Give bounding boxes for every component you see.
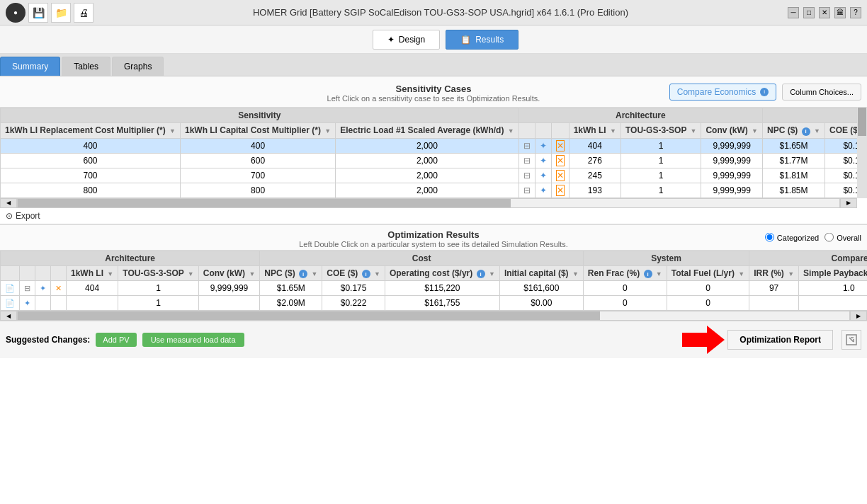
sensitivity-row-0[interactable]: 400 400 2,000 ⊟ ✦ ✕ 404 1 9,999,999 $1.6… <box>1 138 858 153</box>
print-btn[interactable]: 🖨 <box>74 3 94 23</box>
opt-irr-filter[interactable]: ▼ <box>788 270 794 277</box>
arch-conv-filter[interactable]: ▼ <box>752 127 758 134</box>
opt-hscroll-area: ◀ ▶ <box>0 311 867 321</box>
npc-info-icon[interactable]: i <box>802 127 810 136</box>
grid-icon: ⊟ <box>523 171 531 181</box>
title-bar-left: ● 💾 📁 🖨 <box>6 3 94 23</box>
opt-kwh-filter[interactable]: ▼ <box>107 270 113 277</box>
opt-initcap-filter[interactable]: ▼ <box>572 270 579 277</box>
arch-tou-filter[interactable]: ▼ <box>691 127 697 134</box>
sens-col1-header: 1kWh LI Replacement Cost Multiplier (*) … <box>1 123 181 139</box>
sens-col1-filter[interactable]: ▼ <box>169 127 176 134</box>
arch-kwh-filter[interactable]: ▼ <box>610 127 616 134</box>
opt-r0-tou: 1 <box>118 281 199 296</box>
export-icon-button[interactable] <box>842 330 861 350</box>
s3-npc: $1.85M <box>763 183 825 197</box>
tab-graphs[interactable]: Graphs <box>112 57 164 76</box>
opt-hscroll-right-btn[interactable]: ▶ <box>850 311 867 321</box>
opt-hscroll-left-btn[interactable]: ◀ <box>0 311 17 321</box>
opt-hscroll-thumb[interactable] <box>18 311 600 320</box>
opt-coe-info[interactable]: i <box>362 270 370 278</box>
s2-col3: 2,000 <box>336 168 518 183</box>
hscroll-track[interactable] <box>17 198 840 208</box>
design-button[interactable]: ✦ Design <box>373 30 440 50</box>
opt-r1-icon3 <box>35 296 51 311</box>
sensitivity-vertical-scrollbar[interactable] <box>857 108 867 198</box>
optimization-table-scroll[interactable]: Architecture Cost System Compare Economi… <box>0 251 867 311</box>
tab-tables[interactable]: Tables <box>62 57 110 76</box>
results-button[interactable]: 📋 Results <box>446 30 518 50</box>
compare-info-icon[interactable]: i <box>760 88 769 96</box>
sensitivity-section-header: Sensitivity Cases Left Click on a sensit… <box>0 76 867 108</box>
opt-row-0[interactable]: 📄 ⊟ ✦ ✕ 404 1 9,999,999 $1.65M $0.175 $1… <box>1 281 868 296</box>
opt-conv-filter[interactable]: ▼ <box>249 270 255 277</box>
save-btn[interactable]: 💾 <box>28 3 48 23</box>
s3-coe: $0.196 <box>824 183 857 197</box>
sensitivity-header-text: Sensitivity Cases Left Click on a sensit… <box>327 84 540 103</box>
opt-tou-filter[interactable]: ▼ <box>188 270 194 277</box>
v-scroll-thumb[interactable] <box>858 108 866 136</box>
opt-r1-irr <box>749 296 799 311</box>
add-pv-btn[interactable]: Add PV <box>96 333 136 347</box>
opt-r0-icon4: ✕ <box>51 281 67 296</box>
sensitivity-row-1[interactable]: 600 600 2,000 ⊟ ✦ ✕ 276 1 9,999,999 $1.7… <box>1 153 858 168</box>
opt-r0-star-icon: ✦ <box>40 284 46 292</box>
sens-col2-filter[interactable]: ▼ <box>324 127 331 134</box>
s3-kwh: 193 <box>569 183 620 197</box>
sens-col3-header: Electric Load #1 Scaled Average (kWh/d) … <box>336 123 518 139</box>
compare-economics-btn[interactable]: Compare Economics i <box>669 84 776 101</box>
s2-conv: 9,999,999 <box>701 168 763 183</box>
optimization-table: Architecture Cost System Compare Economi… <box>0 251 867 311</box>
help-icon[interactable]: ? <box>850 7 861 18</box>
opt-r1-icon1: 📄 <box>1 296 20 311</box>
npc-filter[interactable]: ▼ <box>814 127 820 134</box>
opt-renfrac-info[interactable]: i <box>644 270 652 278</box>
hscroll-thumb[interactable] <box>18 199 511 207</box>
s2-icon2: ✦ <box>535 168 551 183</box>
opt-r0-coe: $0.175 <box>322 281 385 296</box>
s2-tou: 1 <box>620 168 701 183</box>
opt-npc-filter[interactable]: ▼ <box>311 270 317 277</box>
maximize-btn[interactable]: □ <box>803 7 815 18</box>
s1-coe: $0.188 <box>824 153 857 168</box>
minimize-btn[interactable]: ─ <box>788 7 799 18</box>
categorized-radio[interactable] <box>765 233 774 242</box>
svg-marker-0 <box>682 326 725 354</box>
opt-r1-star-icon: ✦ <box>24 299 30 307</box>
s0-col2: 400 <box>180 138 335 153</box>
close-btn[interactable]: ✕ <box>819 7 830 18</box>
sensitivity-row-3[interactable]: 800 800 2,000 ⊟ ✦ ✕ 193 1 9,999,999 $1.8… <box>1 183 858 197</box>
column-choices-btn[interactable]: Column Choices... <box>782 84 861 101</box>
s0-icon1: ⊟ <box>518 138 535 153</box>
categorized-radio-group: Categorized <box>765 233 819 242</box>
tab-summary[interactable]: Summary <box>0 57 60 76</box>
opt-hscroll-track[interactable] <box>17 311 850 321</box>
sensitivity-table-scroll[interactable]: Sensitivity Architecture Cost 1kWh LI Re… <box>0 108 857 198</box>
export-btn[interactable]: ⊙ Export <box>6 211 40 221</box>
cost-coe-header: COE ($) i ▼ <box>824 123 857 139</box>
opt-row-1[interactable]: 📄 ✦ 1 $2.09M $0.222 $161,755 $0.00 0 0 $… <box>1 296 868 311</box>
sensitivity-row-2[interactable]: 700 700 2,000 ⊟ ✦ ✕ 245 1 9,999,999 $1.8… <box>1 168 858 183</box>
suggested-changes-bar: Suggested Changes: Add PV Use measured l… <box>0 321 867 358</box>
s3-col2: 800 <box>180 183 335 197</box>
opt-renfrac-filter[interactable]: ▼ <box>656 270 662 277</box>
opt-fuel-filter[interactable]: ▼ <box>738 270 744 277</box>
s0-npc: $1.65M <box>763 138 825 153</box>
overall-radio[interactable] <box>824 233 834 242</box>
sens-col3-filter[interactable]: ▼ <box>508 127 514 134</box>
open-btn[interactable]: 📁 <box>51 3 71 23</box>
optimization-report-btn[interactable]: Optimization Report <box>727 330 833 350</box>
optimization-results-header: Optimization Results Left Double Click o… <box>0 224 867 251</box>
opt-opcost-info[interactable]: i <box>477 270 485 278</box>
opt-coe-filter[interactable]: ▼ <box>374 270 380 277</box>
opt-r1-coe: $0.222 <box>322 296 385 311</box>
building-icon[interactable]: 🏛 <box>834 7 846 18</box>
opt-r1-icon4 <box>51 296 67 311</box>
opt-r0-renfrac: 0 <box>583 281 667 296</box>
use-measured-load-btn[interactable]: Use measured load data <box>142 333 244 347</box>
hscroll-right-btn[interactable]: ▶ <box>840 198 857 208</box>
opt-results-title: Optimization Results <box>299 229 568 240</box>
hscroll-left-btn[interactable]: ◀ <box>0 198 17 208</box>
opt-npc-info[interactable]: i <box>299 270 307 278</box>
opt-opcost-filter[interactable]: ▼ <box>489 270 495 277</box>
